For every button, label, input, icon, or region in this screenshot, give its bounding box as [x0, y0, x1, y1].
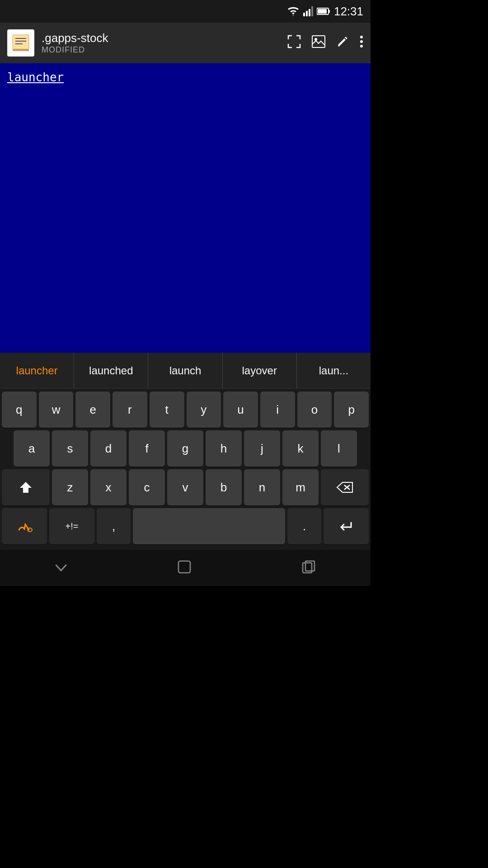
nav-back-icon[interactable]: [54, 561, 68, 574]
key-i[interactable]: i: [260, 392, 295, 428]
key-l[interactable]: l: [321, 430, 357, 467]
key-s[interactable]: s: [52, 430, 88, 467]
keyboard-container: launcher launched launch layover laun...…: [0, 353, 371, 550]
editor-content: launcher: [7, 71, 363, 84]
svg-point-17: [360, 40, 363, 43]
backspace-key[interactable]: [321, 469, 369, 505]
key-o[interactable]: o: [297, 392, 332, 428]
symbols-key[interactable]: +!=: [49, 508, 94, 544]
svg-rect-3: [311, 6, 313, 16]
signal-icon: [303, 6, 313, 16]
suggestion-launched[interactable]: launched: [74, 353, 148, 388]
key-b[interactable]: b: [206, 469, 242, 505]
key-row-2: a s d f g h j k l: [2, 430, 369, 467]
cursor-key[interactable]: [2, 508, 47, 544]
title-actions: [287, 35, 363, 52]
key-w[interactable]: w: [39, 392, 74, 428]
svg-rect-0: [303, 13, 305, 16]
period-key[interactable]: .: [287, 508, 321, 544]
svg-rect-7: [13, 35, 29, 49]
svg-marker-20: [337, 482, 352, 492]
suggestion-layover[interactable]: layover: [223, 353, 297, 388]
suggestion-launch[interactable]: launch: [148, 353, 222, 388]
svg-rect-13: [312, 36, 325, 47]
battery-icon: [317, 7, 330, 16]
key-m[interactable]: m: [282, 469, 319, 505]
key-k[interactable]: k: [282, 430, 319, 467]
pencil-icon[interactable]: [336, 35, 349, 51]
svg-rect-1: [306, 11, 308, 16]
cursor-icon: [15, 516, 33, 536]
expand-icon[interactable]: [287, 35, 301, 52]
key-p[interactable]: p: [334, 392, 369, 428]
app-icon: [7, 29, 34, 57]
key-row-1: q w e r t y u i o p: [2, 392, 369, 428]
key-v[interactable]: v: [167, 469, 203, 505]
nav-home-icon[interactable]: [177, 559, 192, 576]
key-q[interactable]: q: [2, 392, 37, 428]
key-f[interactable]: f: [129, 430, 165, 467]
suggestions-bar: launcher launched launch layover laun...: [0, 353, 371, 389]
editor-area[interactable]: launcher: [0, 63, 371, 353]
svg-rect-5: [328, 10, 330, 13]
key-e[interactable]: e: [75, 392, 110, 428]
enter-key[interactable]: [324, 508, 369, 544]
svg-point-16: [360, 36, 363, 38]
key-row-4: +!= , .: [2, 508, 369, 544]
app-status: MODIFIED: [42, 45, 280, 55]
key-r[interactable]: r: [113, 392, 147, 428]
key-j[interactable]: j: [244, 430, 280, 467]
wifi-icon: [287, 6, 300, 16]
keyboard: q w e r t y u i o p a s d f g h j k l: [0, 389, 371, 550]
image-icon[interactable]: [312, 35, 325, 51]
status-icons: 12:31: [287, 5, 363, 19]
key-c[interactable]: c: [129, 469, 165, 505]
key-y[interactable]: y: [187, 392, 221, 428]
status-bar: 12:31: [0, 0, 371, 23]
nav-bar: [0, 550, 371, 586]
key-d[interactable]: d: [90, 430, 127, 467]
comma-key[interactable]: ,: [97, 508, 131, 544]
nav-recent-icon[interactable]: [301, 559, 316, 576]
key-x[interactable]: x: [90, 469, 127, 505]
space-key[interactable]: [133, 508, 285, 544]
status-time: 12:31: [334, 5, 363, 19]
key-row-3: z x c v b n m: [2, 469, 369, 505]
svg-marker-19: [20, 482, 32, 493]
svg-rect-24: [178, 561, 190, 573]
key-g[interactable]: g: [167, 430, 203, 467]
shift-key[interactable]: [2, 469, 50, 505]
key-n[interactable]: n: [244, 469, 280, 505]
svg-point-18: [360, 45, 363, 47]
key-u[interactable]: u: [223, 392, 258, 428]
key-a[interactable]: a: [14, 430, 50, 467]
app-name: .gapps-stock: [42, 31, 280, 45]
svg-rect-6: [318, 9, 327, 14]
suggestion-launcher[interactable]: launcher: [0, 353, 74, 388]
more-icon[interactable]: [360, 35, 363, 51]
key-t[interactable]: t: [150, 392, 184, 428]
suggestion-laun[interactable]: laun...: [297, 353, 371, 388]
svg-rect-9: [13, 49, 29, 51]
title-bar: .gapps-stock MODIFIED: [0, 23, 371, 63]
title-text: .gapps-stock MODIFIED: [42, 31, 280, 55]
key-h[interactable]: h: [206, 430, 242, 467]
key-z[interactable]: z: [52, 469, 88, 505]
svg-rect-2: [309, 9, 310, 16]
